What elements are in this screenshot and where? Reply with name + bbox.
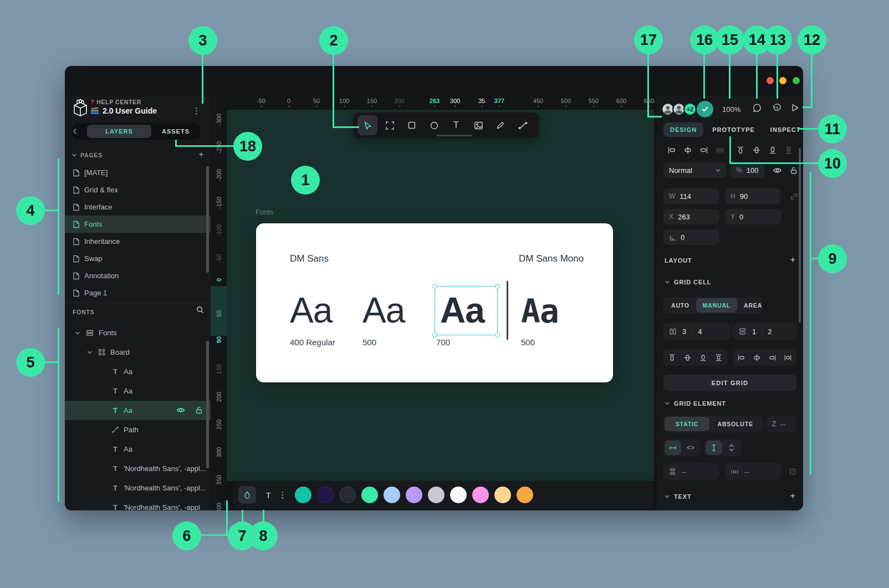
layer-row-text-selected[interactable]: T Aa — [65, 401, 211, 420]
layer-row-text[interactable]: T 'Nordhealth Sans', -appl... — [65, 478, 211, 498]
color-swatch[interactable] — [517, 487, 533, 503]
grid-mode-auto[interactable]: AUTO — [665, 298, 696, 313]
grid-mode-area[interactable]: AREA — [737, 298, 769, 313]
fixed-height-icon[interactable] — [706, 441, 722, 455]
align-h-center-icon[interactable] — [679, 145, 696, 155]
comment-icon[interactable] — [752, 103, 762, 113]
pages-scrollbar[interactable] — [206, 166, 209, 273]
color-swatch[interactable] — [339, 487, 356, 503]
toolbar-drag-handle[interactable] — [436, 135, 473, 136]
design-canvas[interactable]: Fonts DM Sans DM Sans Mono Aa Aa Aa Aa 4… — [227, 110, 654, 481]
font-specimen-mono-500[interactable]: Aa — [521, 291, 559, 333]
more-collaborators-badge[interactable]: +2 — [683, 103, 697, 116]
grid-mode-manual[interactable]: MANUAL — [696, 298, 737, 313]
tab-layers[interactable]: LAYERS — [87, 125, 151, 138]
height-field[interactable]: H90 — [725, 188, 781, 204]
color-swatch[interactable] — [361, 487, 378, 503]
visibility-eye-icon[interactable] — [176, 406, 185, 414]
color-swatch[interactable] — [295, 487, 311, 503]
unlock-icon[interactable] — [195, 406, 203, 414]
align-v-center-icon[interactable] — [748, 145, 764, 155]
align-right-icon[interactable] — [696, 145, 712, 155]
position-static[interactable]: STATIC — [665, 417, 709, 431]
tab-design[interactable]: DESIGN — [663, 122, 703, 137]
color-swatch[interactable] — [406, 487, 422, 503]
cell-align-bottom-icon[interactable] — [696, 352, 711, 362]
image-tool[interactable] — [468, 115, 488, 135]
add-layout-button[interactable]: + — [790, 255, 795, 264]
page-item[interactable]: Swap — [65, 250, 211, 267]
color-swatch[interactable] — [384, 487, 400, 503]
color-swatch[interactable] — [428, 487, 445, 503]
fill-droplet-tool[interactable] — [238, 486, 256, 504]
row-gap-field[interactable]: -- — [663, 463, 719, 480]
visibility-eye-icon[interactable] — [769, 165, 785, 175]
board-title[interactable]: Fonts — [256, 208, 274, 216]
opacity-field[interactable]: %100 — [730, 162, 765, 178]
edit-grid-button[interactable]: EDIT GRID — [663, 375, 796, 391]
add-text-style-button[interactable]: + — [790, 492, 795, 500]
selection-bounding-box[interactable] — [435, 286, 498, 335]
cell-align-top-icon[interactable] — [665, 352, 680, 362]
grid-settings-icon[interactable] — [784, 467, 801, 477]
cell-align-right-icon[interactable] — [765, 352, 780, 362]
selection-handle[interactable] — [432, 284, 437, 289]
blend-mode-select[interactable]: Normal — [663, 162, 726, 178]
tab-assets[interactable]: ASSETS — [151, 125, 200, 138]
layer-row-text[interactable]: T 'Nordhealth Sans', -appl — [65, 498, 211, 510]
frame-tool[interactable] — [380, 115, 400, 135]
collapse-sidebar-button[interactable] — [73, 128, 87, 135]
page-item[interactable]: Grid & flex — [65, 181, 211, 198]
layer-row-fonts-section[interactable]: Fonts — [65, 323, 211, 342]
cell-stretch-v-icon[interactable] — [711, 352, 726, 362]
pen-path-tool[interactable] — [513, 115, 533, 135]
page-item[interactable]: Inheritance — [65, 233, 211, 250]
fixed-width-icon[interactable] — [665, 441, 681, 455]
align-bottom-icon[interactable] — [764, 145, 780, 155]
grid-columns-field[interactable]: 34 — [663, 323, 730, 340]
selection-handle[interactable] — [495, 333, 500, 338]
more-options-icon[interactable]: ⋮ — [277, 486, 288, 504]
rectangle-tool[interactable] — [402, 115, 422, 135]
page-item[interactable]: Annotation — [65, 267, 211, 284]
distribute-v-icon[interactable] — [780, 145, 796, 155]
tab-inspect[interactable]: INSPECT — [764, 122, 803, 137]
font-specimen-400[interactable]: Aa — [290, 288, 332, 334]
ellipse-tool[interactable] — [424, 115, 444, 135]
pencil-tool[interactable] — [491, 115, 510, 135]
cell-align-left-icon[interactable] — [734, 352, 749, 362]
page-item[interactable]: Fonts — [65, 216, 211, 233]
selection-handle[interactable] — [495, 284, 500, 289]
search-icon[interactable] — [196, 306, 204, 314]
color-swatch[interactable] — [317, 487, 334, 503]
page-item[interactable]: Page 1 — [65, 284, 211, 301]
panel-scrollbar[interactable] — [799, 148, 801, 323]
close-window-button[interactable] — [767, 77, 774, 84]
layer-row-text[interactable]: T Aa — [65, 439, 211, 459]
x-position-field[interactable]: X263 — [663, 209, 719, 224]
zoom-window-button[interactable] — [793, 77, 800, 84]
tab-prototype[interactable]: PROTOTYPE — [706, 122, 762, 137]
layer-row-board[interactable]: Board — [65, 342, 211, 362]
layer-row-text[interactable]: T Aa — [65, 362, 211, 381]
cell-align-middle-icon[interactable] — [680, 352, 696, 362]
color-swatch[interactable] — [450, 487, 467, 503]
chevron-down-icon[interactable] — [87, 350, 93, 355]
font-specimen-500[interactable]: Aa — [362, 288, 405, 334]
text-style-tool[interactable]: T — [259, 486, 277, 504]
grid-cell-section-header[interactable]: GRID CELL — [665, 279, 711, 285]
page-item[interactable]: Interface — [65, 198, 211, 216]
zoom-level[interactable]: 100% — [722, 105, 740, 114]
chevron-down-icon[interactable] — [75, 331, 80, 335]
color-swatch[interactable] — [494, 487, 511, 503]
cell-align-center-icon[interactable] — [749, 352, 765, 362]
approve-check-button[interactable] — [697, 101, 713, 117]
select-tool[interactable] — [357, 115, 377, 135]
document-menu-button[interactable]: ⋮ — [189, 104, 204, 117]
color-swatch[interactable] — [472, 487, 489, 503]
column-gap-field[interactable]: -- — [725, 463, 781, 480]
align-left-icon[interactable] — [663, 145, 679, 155]
hug-width-icon[interactable]: <> — [682, 441, 699, 455]
grid-rows-field[interactable]: 12 — [733, 323, 796, 340]
layer-row-text[interactable]: T 'Nordhealth Sans', -appl... — [65, 459, 211, 478]
